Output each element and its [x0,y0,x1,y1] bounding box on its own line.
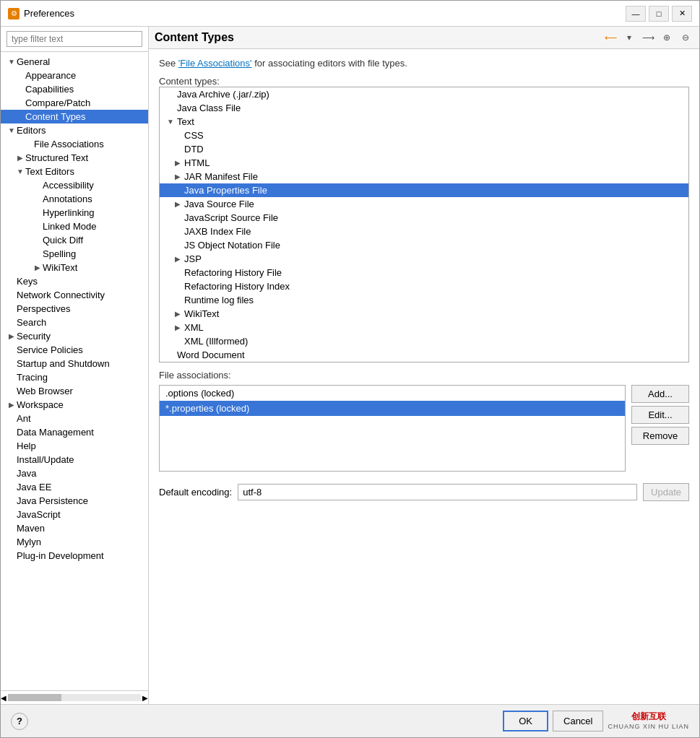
sidebar-item-quick-diff[interactable]: Quick Diff [1,233,148,247]
add-button[interactable]: Add... [631,385,689,403]
btn-group: Add... Edit... Remove [631,385,689,445]
update-button[interactable]: Update [643,483,689,501]
maximize-button[interactable]: □ [649,6,669,22]
fa-properties[interactable]: *.properties (locked) [160,401,625,416]
search-input[interactable] [7,31,142,47]
panel-title: Content Types [155,31,234,44]
title-bar-left: ⚙ Preferences [8,8,74,19]
content-types-box[interactable]: Java Archive (.jar/.zip) Java Class File… [159,87,689,363]
toggle-editors: ▼ [7,126,17,134]
ct-css[interactable]: CSS [160,129,688,142]
sidebar-item-general[interactable]: ▼ General [1,55,148,69]
sidebar-item-search[interactable]: Search [1,316,148,329]
ct-dtd[interactable]: DTD [160,142,688,156]
ct-refactoring-history-idx[interactable]: Refactoring History Index [160,279,688,293]
ct-word-document[interactable]: Word Document [160,348,688,362]
sidebar-item-text-editors[interactable]: ▼ Text Editors [1,165,148,178]
sidebar-item-annotations[interactable]: Annotations [1,192,148,206]
sidebar-item-ant[interactable]: Ant [1,412,148,425]
ct-java-source[interactable]: ▶ Java Source File [160,197,688,211]
ct-java-properties[interactable]: Java Properties File [160,183,688,197]
sidebar-item-plug-in-dev[interactable]: Plug-in Development [1,549,148,563]
edit-button[interactable]: Edit... [631,406,689,424]
toolbar-buttons: ⟵ ▾ ⟶ ⊕ ⊖ [602,30,693,45]
main-content: ▼ General Appearance Capabilities Compar… [1,27,699,704]
sidebar-item-maven[interactable]: Maven [1,521,148,535]
remove-button[interactable]: Remove [631,427,689,445]
ct-java-class[interactable]: Java Class File [160,101,688,115]
watermark: 创新互联 CHUANG XIN HU LIAN [608,711,689,732]
ct-jsp[interactable]: ▶ JSP [160,252,688,266]
ct-html[interactable]: ▶ HTML [160,156,688,170]
sidebar-item-content-types[interactable]: Content Types [1,110,148,123]
sidebar: ▼ General Appearance Capabilities Compar… [1,27,149,704]
sidebar-item-install-update[interactable]: Install/Update [1,453,148,466]
panel-body: See 'File Associations' for associating … [149,49,699,704]
ok-button[interactable]: OK [503,711,548,732]
sidebar-item-startup-shutdown[interactable]: Startup and Shutdown [1,357,148,370]
back-button[interactable]: ⟵ [602,30,618,45]
ct-js-object[interactable]: JS Object Notation File [160,238,688,252]
ct-text[interactable]: ▼ Text [160,115,688,129]
sidebar-item-mylyn[interactable]: Mylyn [1,535,148,549]
ct-toggle-jsp: ▶ [173,255,183,263]
file-assoc-row: .options (locked) *.properties (locked) … [159,385,689,472]
sidebar-scroll-right[interactable]: ▶ [142,693,148,703]
sidebar-item-wikitext[interactable]: ▶ WikiText [1,261,148,274]
sidebar-item-compare-patch[interactable]: Compare/Patch [1,96,148,110]
sidebar-item-service-policies[interactable]: Service Policies [1,343,148,357]
sidebar-item-appearance[interactable]: Appearance [1,69,148,82]
ct-jaxb-index[interactable]: JAXB Index File [160,225,688,238]
expand-all-button[interactable]: ⊕ [659,30,675,45]
encoding-input[interactable] [238,484,637,500]
toggle-wikitext: ▶ [33,264,43,272]
forward-button[interactable]: ⟶ [640,30,656,45]
sidebar-item-spelling[interactable]: Spelling [1,247,148,261]
sidebar-item-data-management[interactable]: Data Management [1,425,148,439]
minimize-button[interactable]: — [626,6,646,22]
ct-refactoring-history[interactable]: Refactoring History File [160,266,688,279]
sidebar-item-file-associations[interactable]: File Associations [1,137,148,151]
sidebar-item-security[interactable]: ▶ Security [1,329,148,343]
sidebar-item-editors[interactable]: ▼ Editors [1,123,148,137]
sidebar-item-perspectives[interactable]: Perspectives [1,302,148,316]
sidebar-item-javascript[interactable]: JavaScript [1,508,148,521]
encoding-row: Default encoding: Update [159,479,689,505]
sidebar-item-network-connectivity[interactable]: Network Connectivity [1,288,148,302]
sidebar-item-web-browser[interactable]: Web Browser [1,384,148,398]
sidebar-item-linked-mode[interactable]: Linked Mode [1,220,148,233]
sidebar-item-accessibility[interactable]: Accessibility [1,178,148,192]
sidebar-item-java[interactable]: Java [1,466,148,480]
sidebar-item-tracing[interactable]: Tracing [1,370,148,384]
sidebar-item-java-persistence[interactable]: Java Persistence [1,494,148,508]
help-button[interactable]: ? [11,713,28,730]
collapse-all-button[interactable]: ⊖ [678,30,693,45]
close-button[interactable]: ✕ [672,6,692,22]
ct-xml-illformed[interactable]: XML (Illformed) [160,334,688,348]
sidebar-scroll-left[interactable]: ◀ [1,693,7,703]
ct-toggle-xml: ▶ [173,324,183,331]
search-box [1,27,148,52]
sidebar-item-workspace[interactable]: ▶ Workspace [1,398,148,412]
sidebar-item-help[interactable]: Help [1,439,148,453]
ct-jar-manifest[interactable]: ▶ JAR Manifest File [160,170,688,183]
ct-wikitext[interactable]: ▶ WikiText [160,307,688,321]
dropdown-button[interactable]: ▾ [621,30,637,45]
sidebar-item-capabilities[interactable]: Capabilities [1,82,148,96]
ok-cancel-group: OK Cancel 创新互联 CHUANG XIN HU LIAN [503,711,689,732]
title-bar-controls: — □ ✕ [626,6,692,22]
file-assoc-list[interactable]: .options (locked) *.properties (locked) [159,385,626,472]
sidebar-item-keys[interactable]: Keys [1,274,148,288]
ct-java-archive[interactable]: Java Archive (.jar/.zip) [160,87,688,101]
sidebar-item-hyperlinking[interactable]: Hyperlinking [1,206,148,220]
fa-options[interactable]: .options (locked) [160,386,625,401]
toggle-security: ▶ [7,332,17,340]
ct-runtime-log[interactable]: Runtime log files [160,293,688,307]
cancel-button[interactable]: Cancel [553,711,603,732]
ct-xml[interactable]: ▶ XML [160,321,688,334]
tree-container[interactable]: ▼ General Appearance Capabilities Compar… [1,52,148,690]
ct-javascript-source[interactable]: JavaScript Source File [160,211,688,225]
sidebar-item-structured-text[interactable]: ▶ Structured Text [1,151,148,165]
sidebar-item-java-ee[interactable]: Java EE [1,480,148,494]
file-assoc-link[interactable]: 'File Associations' [178,58,252,69]
